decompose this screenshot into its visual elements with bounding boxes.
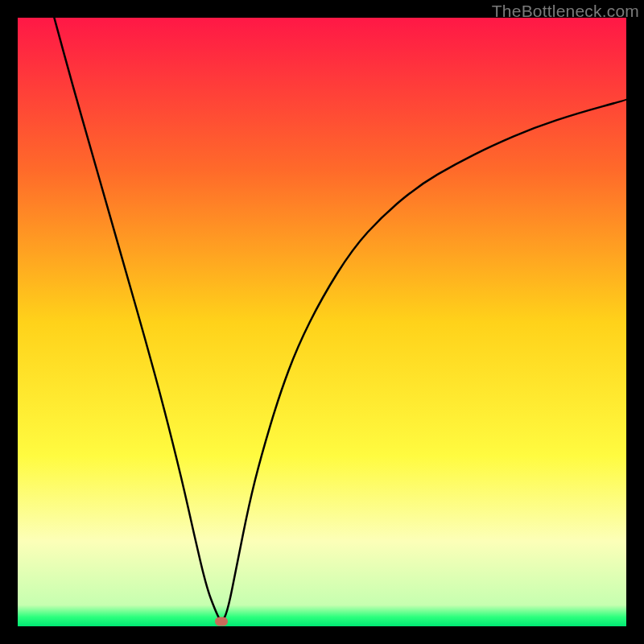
watermark-text: TheBottleneck.com bbox=[492, 2, 639, 21]
gradient-background bbox=[18, 18, 626, 626]
chart-frame bbox=[18, 18, 626, 626]
current-point-marker bbox=[215, 617, 228, 625]
chart-svg bbox=[18, 18, 626, 626]
